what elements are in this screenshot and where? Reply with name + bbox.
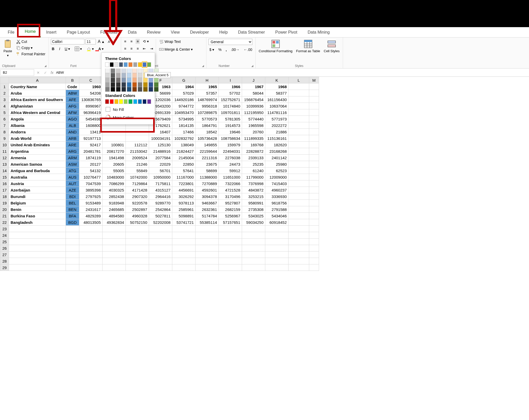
row-header[interactable]: 5 <box>0 109 9 116</box>
cell[interactable]: 102832792 <box>172 135 196 142</box>
row-header[interactable]: 20 <box>0 206 9 213</box>
cell[interactable] <box>103 226 126 232</box>
cell[interactable] <box>309 251 319 258</box>
col-header-C[interactable]: C <box>79 77 103 83</box>
cell[interactable]: 7415403 <box>265 180 289 187</box>
cell[interactable]: 2339133 <box>242 155 265 161</box>
cell[interactable] <box>309 109 319 116</box>
cell[interactable]: 58377 <box>265 90 289 96</box>
cell[interactable]: 112112 <box>126 142 149 148</box>
cell[interactable]: 5027811 <box>149 213 172 219</box>
cell[interactable] <box>66 251 79 258</box>
cell[interactable] <box>265 251 289 258</box>
cell[interactable]: ARB <box>66 135 79 142</box>
cell[interactable]: 2077584 <box>149 155 172 161</box>
row-header[interactable]: 19 <box>0 200 9 206</box>
cell[interactable]: 2682159 <box>219 206 242 213</box>
cell[interactable]: 4456691 <box>172 187 196 193</box>
decrease-font-button[interactable]: A▼ <box>107 39 114 44</box>
cell[interactable]: 10742000 <box>126 174 149 180</box>
color-swatch[interactable] <box>138 87 142 92</box>
cell[interactable]: 57029 <box>172 90 196 96</box>
cell[interactable]: BGD <box>66 219 79 226</box>
cell[interactable] <box>66 226 79 232</box>
select-all-corner[interactable] <box>0 77 9 83</box>
cell[interactable] <box>126 245 149 251</box>
cell[interactable] <box>196 245 219 251</box>
cell[interactable] <box>79 226 103 232</box>
cell[interactable]: 1914573 <box>219 122 242 129</box>
cell[interactable]: 9618756 <box>265 200 289 206</box>
cell[interactable] <box>309 264 319 271</box>
col-header-J[interactable]: J <box>242 77 265 83</box>
cell[interactable]: 10276477 <box>79 174 103 180</box>
cell[interactable]: 2632361 <box>196 206 219 213</box>
cell[interactable] <box>9 232 66 239</box>
cell[interactable]: 56701 <box>149 167 172 174</box>
cell-styles-button[interactable]: Cell Styles <box>323 39 340 64</box>
color-swatch[interactable] <box>116 78 121 82</box>
cell[interactable] <box>66 245 79 251</box>
cell[interactable]: 4960237 <box>265 187 289 193</box>
cell[interactable]: 105736428 <box>196 135 219 142</box>
cell[interactable] <box>196 239 219 245</box>
cell[interactable] <box>79 232 103 239</box>
cell[interactable]: 3026292 <box>172 193 196 200</box>
cell[interactable] <box>309 142 319 148</box>
cell[interactable] <box>149 226 172 232</box>
cell[interactable] <box>172 264 196 271</box>
cell[interactable] <box>126 129 149 135</box>
color-swatch[interactable] <box>105 68 110 73</box>
cell[interactable]: 9527807 <box>219 200 242 206</box>
align-left-button[interactable]: ≡ <box>123 46 127 51</box>
cell[interactable] <box>9 251 66 258</box>
alignment-dialog-launcher[interactable]: ◢ <box>202 64 204 67</box>
color-swatch[interactable] <box>154 78 159 82</box>
cell[interactable]: 24473 <box>219 161 242 167</box>
cell[interactable]: 144920186 <box>172 96 196 103</box>
cell[interactable] <box>219 226 242 232</box>
cell[interactable]: 3253215 <box>242 193 265 200</box>
row-header[interactable]: 14 <box>0 167 9 174</box>
cell[interactable] <box>219 239 242 245</box>
color-swatch[interactable] <box>105 82 110 87</box>
cell[interactable]: BEL <box>66 200 79 206</box>
percent-button[interactable]: % <box>217 47 222 52</box>
cell[interactable]: 5774440 <box>242 116 265 122</box>
color-swatch[interactable] <box>132 87 137 92</box>
color-swatch[interactable] <box>105 87 110 92</box>
color-swatch[interactable] <box>121 78 126 82</box>
orientation-button[interactable]: ⟲ ▾ <box>142 39 150 44</box>
cell[interactable] <box>289 200 309 206</box>
cell[interactable]: 10483000 <box>103 174 126 180</box>
comma-button[interactable]: , <box>225 47 228 52</box>
cell[interactable]: 5098891 <box>172 213 196 219</box>
cell[interactable] <box>242 232 265 239</box>
cell[interactable]: 100801 <box>103 142 126 148</box>
color-swatch[interactable] <box>143 87 148 92</box>
color-swatch[interactable] <box>114 99 118 104</box>
cell[interactable]: 1967 <box>242 83 265 90</box>
cell[interactable]: AUT <box>66 180 79 187</box>
cell[interactable]: 152752671 <box>219 96 242 103</box>
cell[interactable]: 48013505 <box>79 219 103 226</box>
cell[interactable]: 21153042 <box>126 148 149 155</box>
cell[interactable]: Andorra <box>9 129 66 135</box>
align-middle-button[interactable]: ≡ <box>129 39 134 44</box>
cell[interactable]: 22850 <box>172 161 196 167</box>
cell[interactable]: 4592601 <box>196 187 219 193</box>
cell[interactable] <box>289 213 309 219</box>
row-header[interactable]: 2 <box>0 90 9 96</box>
row-header[interactable]: 8 <box>0 129 9 135</box>
color-swatch[interactable] <box>124 99 128 104</box>
row-header[interactable]: 21 <box>0 213 9 219</box>
tab-data-mining[interactable]: Data Mining <box>302 28 335 37</box>
cell[interactable]: 2502897 <box>126 206 149 213</box>
tab-page-layout[interactable]: Page Layout <box>61 28 95 37</box>
row-header[interactable]: 12 <box>0 155 9 161</box>
cell[interactable]: 1964 <box>172 83 196 90</box>
cell[interactable]: 1965 <box>196 83 219 90</box>
name-box[interactable] <box>1 69 34 76</box>
cell[interactable] <box>196 258 219 264</box>
cell[interactable]: 9463667 <box>196 200 219 206</box>
